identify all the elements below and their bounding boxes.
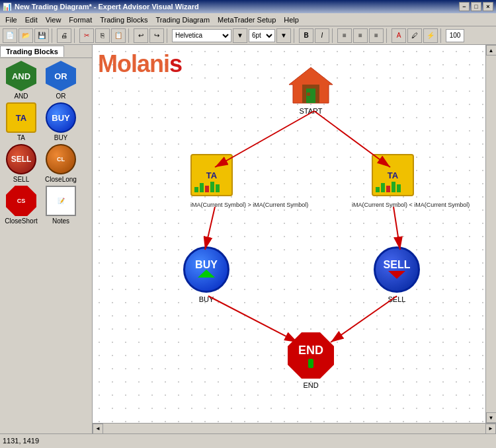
- align-left-button[interactable]: ≡: [337, 28, 352, 43]
- block-or[interactable]: OR OR: [42, 61, 79, 100]
- ta-right-icon: TA: [372, 154, 414, 196]
- minimize-button[interactable]: −: [459, 2, 470, 11]
- bold-button[interactable]: B: [299, 28, 313, 43]
- sell-label: SELL: [13, 176, 29, 183]
- new-button[interactable]: 📄: [3, 28, 17, 43]
- scroll-up-button[interactable]: ▲: [486, 45, 497, 56]
- sell-node[interactable]: SELL SELL: [374, 246, 420, 303]
- zoom-input[interactable]: [446, 29, 464, 42]
- svg-rect-10: [307, 93, 310, 96]
- ta-right-node[interactable]: TA: [372, 154, 414, 196]
- block-closelong[interactable]: CL CloseLong: [42, 144, 79, 183]
- font-size-selector[interactable]: 6pt: [249, 29, 275, 42]
- align-center-button[interactable]: ≡: [353, 28, 368, 43]
- extra-button[interactable]: ⚡: [423, 28, 438, 43]
- save-button[interactable]: 💾: [34, 28, 49, 43]
- highlight-button[interactable]: 🖊: [407, 28, 422, 43]
- ta-left-node[interactable]: TA: [190, 154, 233, 196]
- scroll-right-button[interactable]: ►: [485, 424, 496, 434]
- menu-trading-blocks[interactable]: Trading Blocks: [96, 15, 151, 25]
- paste-button[interactable]: 📋: [111, 28, 126, 43]
- separator-2: [74, 28, 77, 43]
- menu-file[interactable]: File: [1, 15, 21, 25]
- font-size-dropdown-button[interactable]: ▼: [276, 28, 291, 43]
- end-node[interactable]: END END: [288, 332, 334, 389]
- sell-icon: SELL: [6, 144, 36, 174]
- menu-trading-diagram[interactable]: Trading Diagram: [152, 15, 214, 25]
- sidebar-tab: Trading Blocks: [0, 45, 92, 58]
- italic-button[interactable]: I: [315, 28, 329, 43]
- title-bar-controls: − □ ×: [459, 2, 493, 11]
- ta-left-icon: TA: [190, 154, 233, 196]
- condition-right-text: iMA(Current Symbol) < iMA(Current Symbol…: [352, 202, 470, 208]
- end-icon: END: [288, 332, 334, 379]
- menu-format[interactable]: Format: [65, 15, 96, 25]
- scroll-down-button[interactable]: ▼: [486, 412, 497, 423]
- menu-bar: File Edit View Format Trading Blocks Tra…: [0, 13, 496, 26]
- undo-button[interactable]: ↩: [134, 28, 148, 43]
- and-icon: AND: [6, 61, 36, 91]
- copy-button[interactable]: ⎘: [95, 28, 110, 43]
- block-closeshort[interactable]: CS CloseShort: [3, 186, 40, 225]
- status-coords: 1131, 1419: [3, 437, 39, 445]
- buy-icon: BUY: [46, 102, 76, 133]
- align-right-button[interactable]: ≡: [369, 28, 384, 43]
- sell-circle-icon: SELL: [374, 246, 420, 293]
- menu-help[interactable]: Help: [280, 15, 303, 25]
- scroll-left-button[interactable]: ◄: [93, 424, 103, 434]
- vertical-scrollbar[interactable]: ▲ ▼: [485, 45, 496, 423]
- separator-8: [440, 28, 443, 43]
- or-label: OR: [56, 93, 66, 100]
- menu-view[interactable]: View: [42, 15, 65, 25]
- font-selector[interactable]: Helvetica: [172, 29, 231, 42]
- svg-line-4: [393, 207, 400, 250]
- block-notes[interactable]: 📝 Notes: [42, 186, 79, 225]
- start-node[interactable]: START: [288, 65, 334, 115]
- closelong-icon: CL: [46, 144, 76, 174]
- main-area: Trading Blocks AND AND OR OR TA TA BUY B…: [0, 45, 496, 433]
- sidebar-content: AND AND OR OR TA TA BUY BUY SELL SELL: [0, 58, 92, 433]
- ta-label: TA: [17, 134, 25, 141]
- block-sell[interactable]: SELL SELL: [3, 144, 40, 183]
- menu-edit[interactable]: Edit: [21, 15, 42, 25]
- buy-label: BUY: [199, 295, 214, 303]
- condition-left-text: iMA(Current Symbol) > iMA(Current Symbol…: [190, 202, 308, 208]
- svg-marker-12: [388, 271, 405, 279]
- block-buy[interactable]: BUY BUY: [42, 102, 79, 141]
- canvas-with-scrollbar: Molanis: [93, 45, 496, 423]
- redo-button[interactable]: ↪: [149, 28, 164, 43]
- close-button[interactable]: ×: [483, 2, 493, 11]
- cut-button[interactable]: ✂: [79, 28, 94, 43]
- open-button[interactable]: 📂: [19, 28, 33, 43]
- app-icon: 📊: [3, 3, 12, 11]
- print-button[interactable]: 🖨: [57, 28, 71, 43]
- font-color-button[interactable]: A: [392, 28, 406, 43]
- block-ta[interactable]: TA TA: [3, 102, 40, 141]
- menu-metatrader-setup[interactable]: MetaTrader Setup: [214, 15, 280, 25]
- separator-3: [128, 28, 131, 43]
- closelong-label: CloseLong: [45, 176, 77, 183]
- buy-node[interactable]: BUY BUY: [183, 246, 229, 303]
- notes-icon: 📝: [46, 186, 76, 216]
- title-bar-text: New Trading Diagram* - Expert Advisor Vi…: [15, 3, 199, 11]
- canvas-area[interactable]: Molanis: [93, 45, 485, 423]
- sell-label: SELL: [388, 295, 406, 303]
- buy-arrow-icon: [196, 270, 216, 280]
- toolbar: 📄 📂 💾 🖨 ✂ ⎘ 📋 ↩ ↪ Helvetica ▼ 6pt ▼ B I …: [0, 26, 496, 45]
- start-label: START: [299, 107, 322, 115]
- and-label: AND: [14, 93, 28, 100]
- block-and[interactable]: AND AND: [3, 61, 40, 100]
- font-dropdown-button[interactable]: ▼: [233, 28, 247, 43]
- molanis-logo: Molanis: [98, 50, 182, 78]
- trading-blocks-tab[interactable]: Trading Blocks: [0, 46, 64, 57]
- sidebar: Trading Blocks AND AND OR OR TA TA BUY B…: [0, 45, 93, 433]
- sell-arrow-icon: [387, 270, 407, 280]
- buy-circle-icon: BUY: [183, 246, 229, 293]
- separator-7: [386, 28, 389, 43]
- maximize-button[interactable]: □: [471, 2, 481, 11]
- separator-6: [332, 28, 335, 43]
- svg-line-3: [205, 207, 215, 250]
- horizontal-scrollbar[interactable]: ◄ ►: [93, 423, 496, 433]
- ta-icon: TA: [6, 102, 36, 133]
- title-bar: 📊 New Trading Diagram* - Expert Advisor …: [0, 0, 496, 13]
